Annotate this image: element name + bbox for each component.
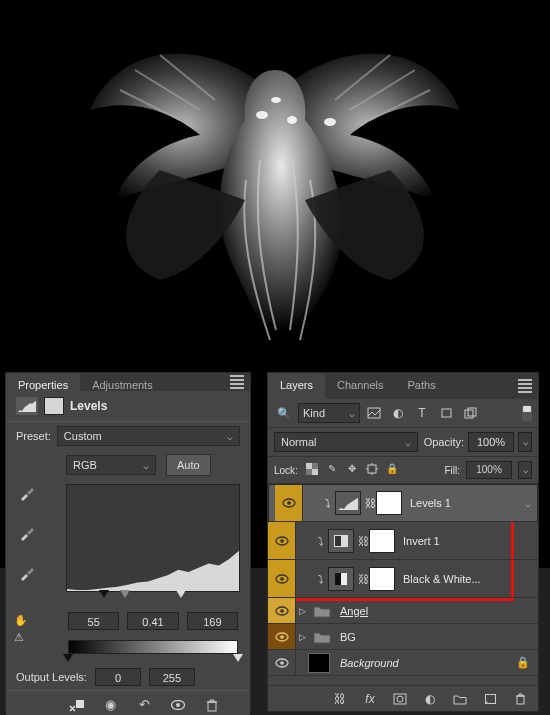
output-white-slider[interactable] (233, 654, 243, 662)
fill-dropdown[interactable]: ⌵ (518, 461, 532, 479)
layer-mask-thumb[interactable] (369, 529, 395, 553)
tab-layers[interactable]: Layers (268, 373, 325, 399)
layer-name[interactable]: Invert 1 (403, 535, 440, 547)
svg-rect-36 (517, 696, 524, 704)
svg-point-18 (287, 501, 291, 505)
svg-point-1 (287, 116, 297, 124)
opacity-value[interactable]: 100% (468, 432, 514, 452)
layer-background[interactable]: Background 🔒 (268, 650, 538, 676)
layers-panel-menu-button[interactable] (512, 373, 538, 399)
tab-channels[interactable]: Channels (325, 373, 395, 399)
output-label: Output Levels: (16, 671, 87, 683)
auto-button[interactable]: Auto (166, 454, 211, 476)
view-previous-icon[interactable]: ◉ (98, 694, 122, 716)
reset-icon[interactable]: ↶ (132, 694, 156, 716)
output-white-field[interactable]: 255 (149, 668, 195, 686)
visibility-icon[interactable] (166, 694, 190, 716)
visibility-toggle[interactable] (268, 598, 296, 623)
output-gradient[interactable] (68, 640, 238, 654)
input-white-field[interactable]: 169 (187, 612, 238, 630)
new-group-icon[interactable] (450, 690, 470, 708)
preset-select[interactable]: Custom (57, 426, 240, 446)
filter-pixel-icon[interactable] (364, 404, 384, 422)
input-gamma-field[interactable]: 0.41 (127, 612, 178, 630)
gray-point-eyedropper-icon[interactable] (16, 522, 38, 544)
trash-icon[interactable] (200, 694, 224, 716)
lock-position-icon[interactable]: ✥ (344, 463, 360, 477)
svg-rect-7 (208, 702, 216, 711)
link-mask-icon[interactable]: ⛓ (357, 535, 369, 547)
filter-type-icon[interactable]: T (412, 404, 432, 422)
svg-rect-8 (368, 408, 380, 418)
input-black-field[interactable]: 55 (68, 612, 119, 630)
lock-artboard-icon[interactable] (364, 463, 380, 477)
layer-mask-thumb[interactable] (376, 491, 402, 515)
levels-adjustment-icon (335, 491, 361, 515)
filter-kind-select[interactable]: Kind (298, 403, 360, 423)
link-layers-icon[interactable]: ⛓ (330, 690, 350, 708)
layer-fx-icon[interactable]: fx (360, 690, 380, 708)
black-point-eyedropper-icon[interactable] (16, 482, 38, 504)
svg-rect-16 (368, 465, 376, 473)
link-mask-icon[interactable]: ⛓ (364, 497, 376, 509)
clip-indicator-icon: ⤵ (321, 497, 335, 509)
svg-rect-13 (312, 469, 318, 475)
lock-all-icon[interactable]: 🔒 (384, 463, 400, 477)
layer-name[interactable]: BG (340, 631, 356, 643)
layer-name[interactable]: Levels 1 (410, 497, 451, 509)
clip-to-layer-icon[interactable] (64, 694, 88, 716)
search-icon[interactable]: 🔍 (274, 404, 294, 422)
svg-point-24 (280, 577, 284, 581)
visibility-toggle[interactable] (275, 485, 303, 521)
mask-thumb-header[interactable] (44, 397, 64, 415)
filter-adjust-icon[interactable]: ◐ (388, 404, 408, 422)
bw-adjustment-icon (328, 567, 354, 591)
layer-mask-thumb[interactable] (369, 567, 395, 591)
fill-value[interactable]: 100% (466, 461, 512, 479)
svg-rect-9 (442, 409, 451, 417)
layer-levels-1[interactable]: ⤵ ⛓ Levels 1 (268, 484, 538, 522)
histogram[interactable] (66, 484, 240, 592)
layer-name[interactable]: Black & White... (403, 573, 481, 585)
clip-warning-tri-icon[interactable]: ⚠ (14, 631, 28, 644)
delete-layer-icon[interactable] (510, 690, 530, 708)
output-black-slider[interactable] (63, 654, 73, 662)
layer-name[interactable]: Background (340, 657, 399, 669)
tab-adjustments[interactable]: Adjustments (80, 373, 165, 391)
lock-transparent-icon[interactable] (304, 463, 320, 477)
tab-properties[interactable]: Properties (6, 373, 80, 391)
filter-shape-icon[interactable] (436, 404, 456, 422)
tab-paths[interactable]: Paths (396, 373, 448, 399)
visibility-toggle[interactable] (268, 650, 296, 675)
visibility-toggle[interactable] (268, 624, 296, 649)
layer-group-angel[interactable]: ▷ Angel (268, 598, 538, 624)
layer-group-bg[interactable]: ▷ BG (268, 624, 538, 650)
layer-black-white[interactable]: ⤵ ⛓ Black & White... (268, 560, 538, 598)
new-layer-icon[interactable] (480, 690, 500, 708)
layer-invert-1[interactable]: ⤵ ⛓ Invert 1 (268, 522, 538, 560)
filter-toggle[interactable] (522, 405, 532, 421)
blend-mode-select[interactable]: Normal (274, 432, 418, 452)
link-mask-icon[interactable]: ⛓ (357, 573, 369, 585)
clip-warning-icon[interactable]: ✋ (14, 614, 28, 627)
channel-select[interactable]: RGB (66, 455, 156, 475)
visibility-toggle[interactable] (268, 522, 296, 559)
svg-rect-11 (468, 408, 476, 416)
add-mask-icon[interactable] (390, 690, 410, 708)
filter-smart-icon[interactable] (460, 404, 480, 422)
white-point-eyedropper-icon[interactable] (16, 562, 38, 584)
svg-point-2 (271, 97, 281, 103)
opacity-dropdown[interactable]: ⌵ (518, 432, 532, 452)
disclosure-icon[interactable]: ▷ (296, 606, 308, 616)
opacity-label: Opacity: (424, 436, 464, 448)
disclosure-icon[interactable]: ▷ (296, 632, 308, 642)
panel-menu-button[interactable] (224, 373, 250, 391)
svg-point-20 (280, 539, 284, 543)
preset-label: Preset: (16, 430, 51, 442)
visibility-toggle[interactable] (268, 560, 296, 597)
svg-point-34 (397, 696, 403, 702)
layer-name[interactable]: Angel (340, 605, 368, 617)
output-black-field[interactable]: 0 (95, 668, 141, 686)
new-adjustment-icon[interactable]: ◐ (420, 690, 440, 708)
lock-pixels-icon[interactable]: ✎ (324, 463, 340, 477)
